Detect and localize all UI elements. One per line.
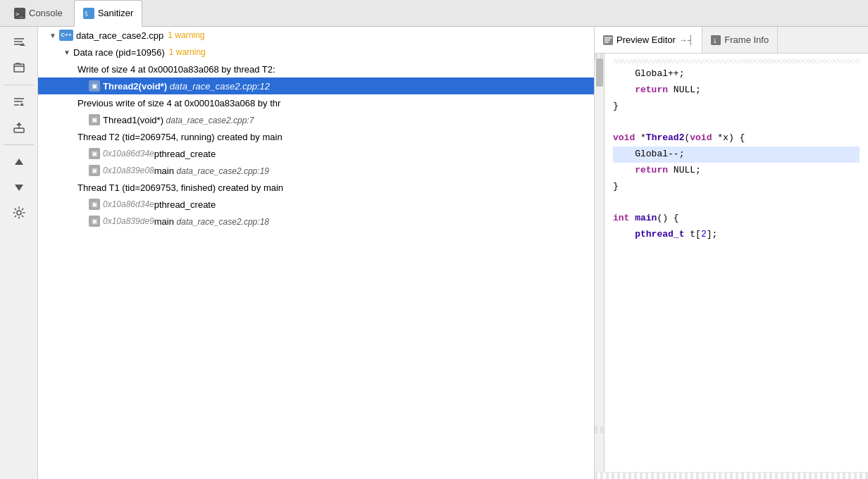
tree-item-thread-t1: Thread T1 (tid=2069753, finished) create…	[38, 179, 594, 196]
svg-rect-22	[604, 42, 609, 43]
svg-text:>_: >_	[16, 11, 23, 18]
left-toolbar	[0, 27, 38, 479]
thread-t1-label: Thread T1 (tid=2069753, finished) create…	[78, 182, 283, 193]
cpp-file-icon: C++	[59, 30, 73, 41]
down-button[interactable]	[8, 178, 30, 197]
sanitizer-icon: S	[83, 8, 94, 19]
addr2-label: main data_race_case2.cpp:19	[154, 166, 269, 176]
svg-text:i: i	[713, 37, 717, 44]
thread-t2-label: Thread T2 (tid=2069754, running) created…	[78, 132, 283, 142]
tree-item-thread-t2: Thread T2 (tid=2069754, running) created…	[38, 128, 594, 145]
toolbar-divider-1	[4, 85, 33, 85]
frame-info-icon: i	[711, 35, 721, 45]
svg-marker-15	[16, 123, 22, 125]
frame-info-label: Frame Info	[724, 35, 769, 45]
tree-item-file[interactable]: C++ data_race_case2.cpp 1 warning	[38, 27, 594, 44]
main-container: >_ Console S Sanitizer	[0, 0, 868, 479]
collapse-button[interactable]	[8, 92, 30, 112]
code-line-10: int main() {	[613, 211, 860, 227]
tab-frame-info[interactable]: i Frame Info	[702, 27, 778, 53]
addr3-address: 0x10a86d34e	[103, 199, 154, 209]
code-view: Global++; return NULL; } void *Thread2(v…	[604, 54, 868, 472]
svg-rect-8	[14, 64, 24, 72]
thread2-label: Thread2(void*) data_race_case2.cpp:12	[103, 81, 270, 92]
scrollbar-thumb[interactable]	[596, 58, 603, 87]
preview-editor-icon	[603, 35, 613, 45]
datarace-warning-count: 1 warning	[169, 47, 206, 57]
addr2-address: 0x10a839e08	[103, 166, 154, 175]
right-scrollbar[interactable]	[595, 54, 604, 472]
datarace-label: Data race (pid=10956)	[73, 47, 165, 58]
code-line-7: return NULL;	[613, 163, 860, 179]
left-panel[interactable]: C++ data_race_case2.cpp 1 warning Data r…	[38, 27, 595, 479]
svg-marker-11	[20, 103, 24, 106]
svg-rect-20	[604, 37, 612, 39]
code-line-8: }	[613, 179, 860, 195]
tab-console[interactable]: >_ Console	[6, 0, 71, 27]
svg-point-18	[17, 211, 21, 215]
frame-icon-thread1: ▣	[89, 114, 100, 125]
settings-icon	[13, 206, 25, 219]
tree-item-addr4[interactable]: ▣ 0x10a839de9 main data_race_case2.cpp:1…	[38, 213, 594, 230]
settings-button[interactable]	[8, 203, 30, 223]
addr4-label: main data_race_case2.cpp:18	[154, 216, 269, 227]
code-line-11: pthread_t t[2];	[613, 227, 860, 243]
triangle-file	[49, 32, 58, 39]
thread1-label: Thread1(void*) data_race_case2.cpp:7	[103, 115, 254, 125]
tree-item-datarace[interactable]: Data race (pid=10956) 1 warning	[38, 44, 594, 61]
right-content-wrapper: Global++; return NULL; } void *Thread2(v…	[595, 54, 868, 472]
frame-icon-addr3: ▣	[89, 199, 100, 210]
write-msg-label: Write of size 4 at 0x00010a83a068 by thr…	[78, 64, 275, 75]
triangle-datarace	[63, 49, 72, 56]
export-icon	[13, 121, 25, 134]
file-label: data_race_case2.cpp	[76, 30, 163, 41]
svg-marker-16	[15, 158, 23, 165]
toolbar-divider-2	[4, 144, 33, 145]
file-warning-count: 1 warning	[168, 30, 204, 40]
code-line-blank1	[613, 114, 860, 130]
preview-editor-label: Preview Editor	[616, 35, 676, 45]
code-line-blank2	[613, 194, 860, 211]
code-line-1: Global++;	[613, 66, 860, 82]
frame-icon-addr2: ▣	[89, 165, 100, 176]
tree-item-prev-write: Previous write of size 4 at 0x00010a83a0…	[38, 94, 594, 111]
svg-text:S: S	[85, 11, 88, 18]
code-line-3: }	[613, 99, 860, 115]
export-button[interactable]	[8, 118, 30, 137]
right-header: Preview Editor →┤ i Frame Info	[595, 27, 868, 54]
collapse-all-button[interactable]	[8, 32, 30, 52]
addr3-label: pthread_create	[154, 199, 216, 210]
frame-icon-addr4: ▣	[89, 216, 100, 227]
tree-item-thread2[interactable]: ▣ Thread2(void*) data_race_case2.cpp:12	[38, 77, 594, 94]
up-button[interactable]	[8, 152, 30, 172]
tab-preview-editor[interactable]: Preview Editor →┤	[595, 27, 702, 53]
right-panel: Preview Editor →┤ i Frame Info	[595, 27, 868, 479]
addr1-address: 0x10a86d34e	[103, 149, 154, 158]
squiggly-top	[613, 59, 860, 63]
collapse-icon	[13, 96, 25, 108]
addr1-label: pthread_create	[154, 149, 216, 159]
tree-item-addr3[interactable]: ▣ 0x10a86d34e pthread_create	[38, 196, 594, 213]
frame-icon-thread2: ▣	[89, 80, 100, 92]
code-line-6: Global--;	[613, 147, 860, 163]
tree-item-addr2[interactable]: ▣ 0x10a839e08 main data_race_case2.cpp:1…	[38, 162, 594, 179]
up-icon	[13, 156, 25, 168]
tab-console-label: Console	[29, 8, 63, 18]
open-file-button[interactable]	[8, 58, 30, 77]
frame-icon-addr1: ▣	[89, 148, 100, 159]
svg-rect-21	[604, 39, 610, 41]
tree-item-thread1[interactable]: ▣ Thread1(void*) data_race_case2.cpp:7	[38, 111, 594, 128]
addr4-address: 0x10a839de9	[103, 216, 154, 226]
pin-icon: →┤	[679, 35, 694, 45]
tree-item-addr1[interactable]: ▣ 0x10a86d34e pthread_create	[38, 145, 594, 162]
down-icon	[13, 181, 25, 194]
console-icon: >_	[14, 8, 25, 19]
tab-sanitizer[interactable]: S Sanitizer	[74, 0, 143, 27]
code-line-5: void *Thread2(void *x) {	[613, 130, 860, 147]
code-line-2: return NULL;	[613, 82, 860, 99]
thread2-filename: data_race_case2.cpp:12	[170, 81, 270, 92]
prev-write-label: Previous write of size 4 at 0x00010a83a0…	[78, 98, 280, 108]
open-file-icon	[13, 61, 25, 74]
content-area: C++ data_race_case2.cpp 1 warning Data r…	[0, 27, 868, 479]
collapse-all-icon	[13, 36, 25, 49]
